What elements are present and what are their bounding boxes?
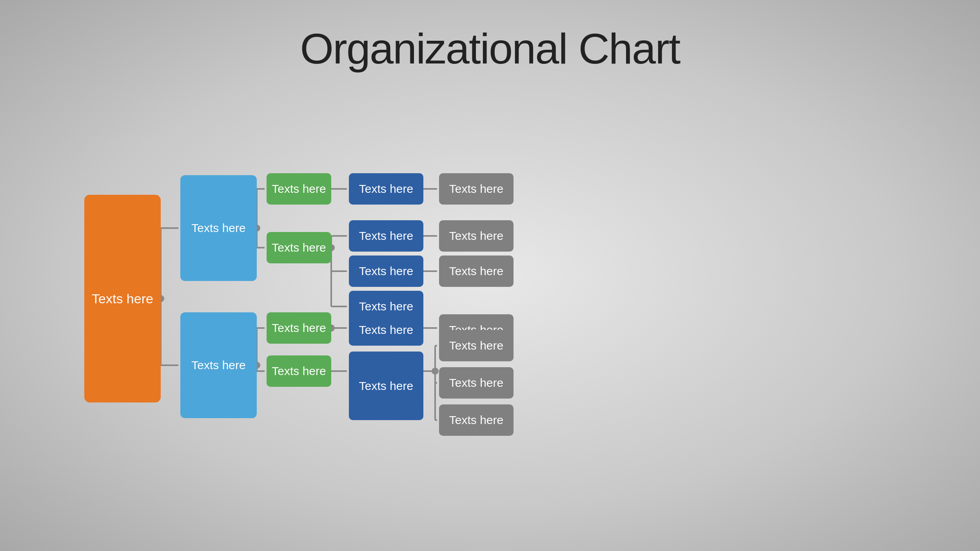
page-title: Organizational Chart	[0, 0, 980, 89]
node-l4a: Texts here	[439, 173, 514, 205]
node-l3f: Texts here	[349, 352, 423, 420]
node-l2a: Texts here	[267, 173, 331, 205]
node-root: Texts here	[84, 195, 161, 402]
node-l2b: Texts here	[267, 232, 331, 263]
svg-point-34	[432, 368, 439, 375]
chart-area: Texts here Texts here Texts here Texts h…	[0, 89, 980, 520]
node-l3c-label: Texts here	[359, 265, 413, 278]
node-l4c-label: Texts here	[449, 265, 503, 278]
node-l4b: Texts here	[439, 220, 514, 252]
node-l3b-label: Texts here	[359, 229, 413, 243]
node-l3a: Texts here	[349, 173, 423, 205]
node-l2c: Texts here	[267, 312, 331, 344]
node-l1a: Texts here	[180, 175, 257, 281]
node-root-label: Texts here	[92, 291, 153, 306]
node-l3b: Texts here	[349, 220, 423, 252]
node-l4g-label: Texts here	[449, 413, 503, 427]
node-l4e-label: Texts here	[449, 339, 503, 352]
node-l3e: Texts here	[349, 314, 423, 346]
node-l2d-label: Texts here	[272, 364, 326, 378]
node-l2b-label: Texts here	[272, 241, 326, 254]
node-l3a-label: Texts here	[359, 182, 413, 196]
node-l4f-label: Texts here	[449, 376, 503, 390]
node-l4a-label: Texts here	[449, 182, 503, 196]
node-l3e-label: Texts here	[359, 323, 413, 337]
node-l1a-label: Texts here	[191, 221, 245, 235]
node-l2d: Texts here	[267, 355, 331, 387]
node-l4c: Texts here	[439, 256, 514, 287]
node-l1b: Texts here	[180, 312, 257, 418]
node-l2a-label: Texts here	[272, 182, 326, 196]
node-l1b-label: Texts here	[191, 359, 245, 372]
node-l3f-label: Texts here	[359, 379, 413, 393]
node-l4b-label: Texts here	[449, 229, 503, 243]
node-l2c-label: Texts here	[272, 321, 326, 335]
node-l3c: Texts here	[349, 256, 423, 287]
node-l3d-label: Texts here	[359, 300, 413, 313]
node-l4g: Texts here	[439, 404, 514, 436]
node-l4f: Texts here	[439, 367, 514, 399]
node-l4e: Texts here	[439, 330, 514, 361]
